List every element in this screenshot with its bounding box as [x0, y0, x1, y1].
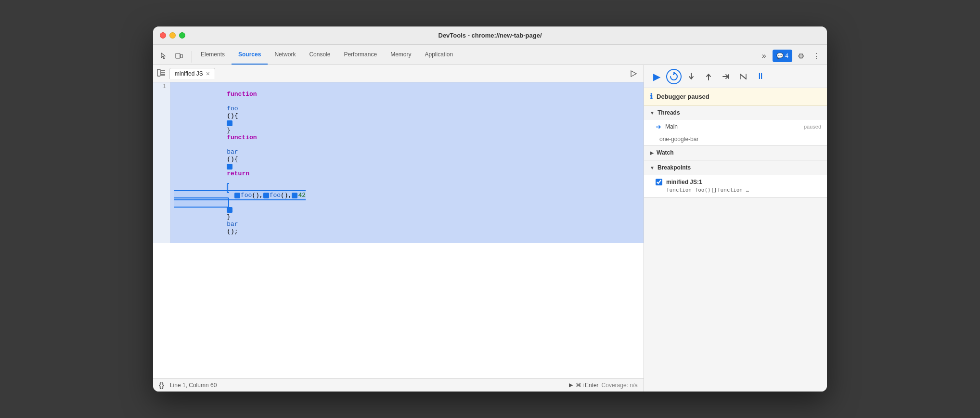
- breakpoints-list: minified JS:1 function foo(){}function …: [644, 175, 827, 197]
- threads-list: ➜ Main paused one-google-bar: [644, 120, 827, 145]
- thread-one-google-bar-name: one-google-bar: [659, 136, 698, 143]
- tab-network[interactable]: Network: [268, 45, 302, 65]
- debugger-content: ℹ Debugger paused ▼ Threads ➜ Main: [644, 88, 827, 392]
- punct2: }: [227, 127, 231, 134]
- step-button[interactable]: [718, 69, 734, 84]
- file-tab-label: minified JS: [175, 70, 203, 77]
- breakpoints-section: ▼ Breakpoints minified JS:1 function foo…: [644, 160, 827, 197]
- debugger-toolbar: ▶: [644, 65, 827, 88]
- minimize-button[interactable]: [169, 32, 176, 39]
- tab-sources[interactable]: Sources: [232, 45, 268, 65]
- keyword-function1: function: [227, 91, 257, 98]
- cursor-position: Line 1, Column 60: [170, 382, 217, 389]
- step-over-button[interactable]: [666, 69, 682, 84]
- tabs-bar: Elements Sources Network Console Perform…: [153, 45, 827, 65]
- deactivate-breakpoints-button[interactable]: [735, 69, 751, 84]
- watch-section-header[interactable]: ▶ Watch: [644, 145, 827, 160]
- svg-rect-2: [157, 69, 160, 76]
- tab-divider: [192, 51, 192, 63]
- breakpoint-3: [234, 193, 240, 198]
- threads-chevron: ▼: [650, 110, 655, 116]
- line-content-1: function foo (){ } function bar (){ retu: [170, 82, 644, 243]
- step-into-button[interactable]: [683, 69, 699, 84]
- sidebar-toggle-icon[interactable]: [157, 68, 166, 78]
- punct4: (),: [252, 192, 263, 199]
- punct6: }: [227, 213, 231, 221]
- breakpoint-code-1: function foo(){}function …: [656, 187, 821, 193]
- status-bar: {} Line 1, Column 60 ▶ ⌘+Enter Coverage:…: [153, 378, 644, 392]
- svg-rect-1: [181, 54, 182, 58]
- thread-one-google-bar[interactable]: one-google-bar: [644, 133, 827, 145]
- keyword-function2: function: [227, 134, 257, 141]
- breakpoint-label-1: minified JS:1: [666, 179, 702, 185]
- settings-button[interactable]: ⚙: [794, 49, 808, 63]
- svg-marker-7: [631, 71, 636, 77]
- punct7: ();: [227, 228, 238, 235]
- titlebar: DevTools - chrome://new-tab-page/: [153, 26, 827, 45]
- step-out-button[interactable]: [701, 69, 716, 84]
- breakpoint-4: [263, 193, 269, 198]
- breakpoint-item-1: minified JS:1 function foo(){}function …: [644, 175, 827, 197]
- line-number-1: 1: [153, 82, 170, 243]
- breakpoint-1: [227, 120, 232, 126]
- status-mid: ▶ ⌘+Enter Coverage: n/a: [569, 382, 638, 389]
- devtools-window: DevTools - chrome://new-tab-page/: [153, 26, 827, 392]
- file-tab-close-icon[interactable]: ×: [206, 70, 210, 77]
- punct3: (){: [227, 156, 238, 163]
- notifications-button[interactable]: 💬 4: [773, 50, 792, 62]
- traffic-lights: [160, 32, 185, 39]
- watch-chevron: ▶: [650, 150, 654, 156]
- maximize-button[interactable]: [179, 32, 185, 39]
- code-editor[interactable]: 1 function foo (){ } function bar (){: [153, 82, 644, 378]
- main-content: minified JS × 1: [153, 65, 827, 392]
- space: [227, 98, 231, 105]
- tab-application[interactable]: Application: [418, 45, 460, 65]
- breakpoints-chevron: ▼: [650, 165, 655, 170]
- pause-on-exceptions-button[interactable]: ⏸: [753, 69, 768, 84]
- current-thread-arrow: ➜: [656, 123, 661, 131]
- status-left: {} Line 1, Column 60: [159, 381, 217, 389]
- more-tabs-button[interactable]: »: [757, 49, 771, 63]
- run-icon: ▶: [569, 382, 573, 388]
- tab-performance[interactable]: Performance: [337, 45, 384, 65]
- pretty-print-icon[interactable]: {}: [159, 381, 164, 389]
- coverage-label: Coverage: n/a: [602, 382, 638, 389]
- fn-foo: foo: [227, 105, 238, 112]
- window-title: DevTools - chrome://new-tab-page/: [438, 32, 542, 39]
- tab-elements[interactable]: Elements: [194, 45, 232, 65]
- keyword-return: return: [227, 170, 249, 177]
- punct5: (),: [281, 192, 292, 199]
- watch-section: ▶ Watch: [644, 145, 827, 160]
- watch-title: Watch: [657, 149, 674, 156]
- devtools-panel: Elements Sources Network Console Perform…: [153, 45, 827, 392]
- debugger-panel: ▶: [644, 65, 827, 392]
- tab-memory[interactable]: Memory: [384, 45, 418, 65]
- threads-section: ▼ Threads ➜ Main paused one-google-bar: [644, 105, 827, 145]
- thread-main[interactable]: ➜ Main paused: [644, 120, 827, 133]
- paused-label: Debugger paused: [657, 93, 709, 100]
- device-toggle-icon[interactable]: [172, 49, 186, 63]
- call-foo2: foo: [270, 192, 281, 199]
- selection-highlight: foo(),foo(),42: [174, 183, 306, 208]
- file-tab[interactable]: minified JS ×: [169, 68, 215, 79]
- breakpoint-5: [292, 193, 297, 198]
- fn-bar: bar: [227, 148, 238, 156]
- tabs-right-actions: » 💬 4 ⚙ ⋮: [757, 49, 823, 65]
- threads-title: Threads: [658, 109, 680, 116]
- threads-section-header[interactable]: ▼ Threads: [644, 105, 827, 120]
- breakpoint-checkbox-1[interactable]: [656, 179, 662, 185]
- punct1: (){: [227, 112, 238, 119]
- tab-console[interactable]: Console: [302, 45, 337, 65]
- run-shortcut: ⌘+Enter: [576, 382, 599, 389]
- run-snippet-icon[interactable]: [627, 67, 640, 80]
- breakpoints-section-header[interactable]: ▼ Breakpoints: [644, 160, 827, 175]
- call-bar: bar: [227, 221, 238, 228]
- resume-button[interactable]: ▶: [649, 69, 664, 84]
- close-button[interactable]: [160, 32, 166, 39]
- tab-icon-group: [157, 49, 186, 65]
- more-options-button[interactable]: ⋮: [810, 49, 823, 63]
- notification-count: 4: [785, 52, 788, 59]
- call-foo1: foo: [241, 192, 252, 199]
- editor-toolbar-right: [627, 67, 640, 80]
- cursor-icon[interactable]: [157, 49, 170, 63]
